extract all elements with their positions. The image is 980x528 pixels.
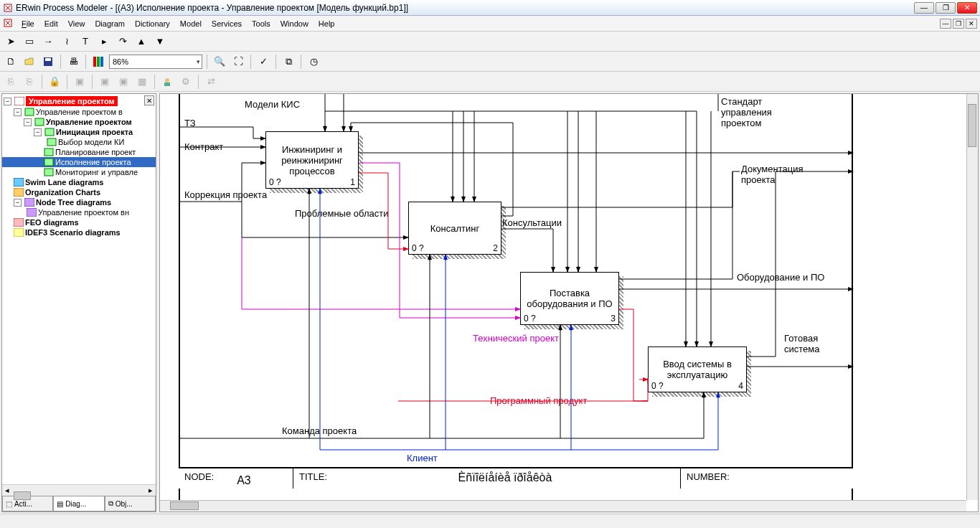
tree-root[interactable]: Управление проектом <box>26 96 118 106</box>
svg-rect-5 <box>97 57 100 67</box>
model-explorer: ✕ −Управление проектом −Управление проек… <box>1 93 156 512</box>
activity-1[interactable]: Инжиниринг и реинжиниринг процессов 0 ? … <box>265 131 359 189</box>
activity-2[interactable]: Консалтинг 0 ? 2 <box>408 202 501 255</box>
lbl-models-kis: Модели КИС <box>245 99 300 110</box>
new-button[interactable]: 🗋 <box>3 54 19 70</box>
mdi-restore[interactable]: ❐ <box>953 19 964 29</box>
lbl-team: Команда проекта <box>282 425 357 436</box>
squiggle-tool[interactable]: ≀ <box>59 34 75 50</box>
svg-rect-12 <box>45 128 54 136</box>
tb3-2[interactable]: ⎘ <box>22 74 37 90</box>
svg-rect-3 <box>45 58 51 61</box>
model-explorer-button[interactable]: ⧉ <box>281 54 296 70</box>
activity-3[interactable]: Поставка оборудования и ПО 0 ? 3 <box>520 272 619 325</box>
svg-rect-4 <box>93 57 96 67</box>
save-button[interactable] <box>40 54 56 70</box>
lbl-doc: Документацияпроекта <box>741 164 804 186</box>
menu-diagram[interactable]: Diagram <box>90 18 129 29</box>
tree-ntd1[interactable]: Управление проектом вн <box>38 208 129 217</box>
model-tree[interactable]: −Управление проектом −Управление проекто… <box>2 94 156 484</box>
text-tool[interactable]: T <box>77 34 93 50</box>
tree-n6[interactable]: Мониторинг и управле <box>55 168 138 176</box>
tb3-grid[interactable]: ▦ <box>134 74 150 90</box>
tb3-cfg[interactable]: ⚙ <box>178 74 194 90</box>
tb3-cube1[interactable]: ▣ <box>72 74 88 90</box>
diagram-canvas[interactable]: Инжиниринг и реинжиниринг процессов 0 ? … <box>159 93 979 512</box>
tree-n2[interactable]: Управление проектом <box>46 118 132 126</box>
activity-tool[interactable]: ▭ <box>22 34 37 50</box>
svg-rect-21 <box>14 218 24 227</box>
tb3-1[interactable]: ⎘ <box>3 74 19 90</box>
menu-services[interactable]: Services <box>207 18 246 29</box>
menu-file[interactable]: File <box>17 18 39 29</box>
zoom-combo[interactable]: 86% <box>109 55 202 69</box>
menu-tools[interactable]: Tools <box>248 18 275 29</box>
mdi-doc-icon <box>3 18 13 29</box>
lbl-tz: ТЗ <box>184 118 196 128</box>
lock-button[interactable]: 🔒 <box>47 74 62 90</box>
down-tool[interactable]: ▼ <box>152 34 168 50</box>
canvas-vscroll[interactable] <box>966 94 978 500</box>
minimize-button[interactable]: ― <box>914 2 934 14</box>
menu-help[interactable]: Help <box>314 18 339 29</box>
maximize-button[interactable]: ❐ <box>936 2 956 14</box>
svg-rect-8 <box>164 82 170 86</box>
tree-feo[interactable]: FEO diagrams <box>25 218 79 227</box>
tree-ntd[interactable]: Node Tree diagrams <box>36 198 111 207</box>
tree-swim[interactable]: Swim Lane diagrams <box>25 178 103 187</box>
tab-diagrams[interactable]: ▤Diag... <box>53 496 104 512</box>
lbl-problem-areas: Проблемные области <box>295 209 388 220</box>
svg-rect-10 <box>25 108 34 116</box>
footer-node-label: NODE: <box>184 471 214 482</box>
pointer-tool[interactable]: ➤ <box>3 34 19 50</box>
lbl-tech-project: Технический проект <box>473 334 559 344</box>
diagram-nav-tool[interactable]: ▸ <box>96 34 112 50</box>
spellcheck-button[interactable]: ✓ <box>255 54 271 70</box>
lbl-contract: Контракт <box>184 141 223 152</box>
close-button[interactable]: ✕ <box>957 2 977 14</box>
print-button[interactable]: 🖶 <box>65 54 81 70</box>
explorer-close[interactable]: ✕ <box>144 95 154 105</box>
svg-rect-11 <box>35 118 44 126</box>
tree-n3[interactable]: Инициация проекта <box>56 128 133 136</box>
svg-rect-14 <box>44 148 53 156</box>
menu-dictionary[interactable]: Dictionary <box>131 18 174 29</box>
refresh-button[interactable]: ◷ <box>306 54 321 70</box>
window-titlebar: ERwin Process Modeler - [(A3) Исполнение… <box>0 0 980 16</box>
activity-4[interactable]: Ввод системы в эксплуатацию 0 ? 4 <box>648 346 747 392</box>
zoom-in-button[interactable]: 🔍 <box>212 54 227 70</box>
mdi-minimize[interactable]: ― <box>940 19 951 29</box>
tb3-xfer[interactable]: ⇄ <box>203 74 219 90</box>
svg-rect-20 <box>27 208 37 217</box>
mdi-close[interactable]: ✕ <box>966 19 977 29</box>
arrow-tool[interactable]: → <box>40 34 56 50</box>
tb3-cube2[interactable]: ▣ <box>97 74 113 90</box>
explorer-hscroll[interactable]: ◂ ▸ <box>2 484 156 496</box>
next-sibling-tool[interactable]: ↷ <box>115 34 131 50</box>
window-title: ERwin Process Modeler - [(A3) Исполнение… <box>16 3 914 13</box>
lbl-correction: Коррекция проекта <box>184 189 267 201</box>
tree-n4[interactable]: Планирование проект <box>55 148 136 156</box>
tb3-cube3[interactable]: ▣ <box>116 74 131 90</box>
tree-org[interactable]: Organization Charts <box>25 188 100 197</box>
color-sort-button[interactable] <box>90 54 106 70</box>
tb3-user[interactable] <box>159 74 175 90</box>
zoom-fit-button[interactable]: ⛶ <box>230 54 246 70</box>
open-button[interactable] <box>22 54 37 70</box>
canvas-hscroll[interactable] <box>160 500 966 512</box>
toolbar-standard: 🗋 🖶 86% 🔍 ⛶ ✓ ⧉ ◷ <box>0 52 980 72</box>
menu-window[interactable]: Window <box>276 18 313 29</box>
svg-rect-17 <box>14 178 24 187</box>
menu-view[interactable]: View <box>64 18 90 29</box>
lbl-prog-product: Программный продукт <box>490 395 587 406</box>
menu-model[interactable]: Model <box>176 18 206 29</box>
tab-objects[interactable]: ⧉Obj... <box>105 496 156 512</box>
app-icon <box>3 3 13 13</box>
tree-n5-selected[interactable]: Исполнение проекта <box>55 158 131 166</box>
up-tool[interactable]: ▲ <box>133 34 149 50</box>
tree-idef3[interactable]: IDEF3 Scenario diagrams <box>25 228 121 237</box>
tree-n1[interactable]: Управление проектом в <box>36 108 123 116</box>
tree-n3a[interactable]: Выбор модели КИ <box>58 138 124 146</box>
svg-rect-9 <box>14 97 24 105</box>
menu-edit[interactable]: Edit <box>40 18 62 29</box>
